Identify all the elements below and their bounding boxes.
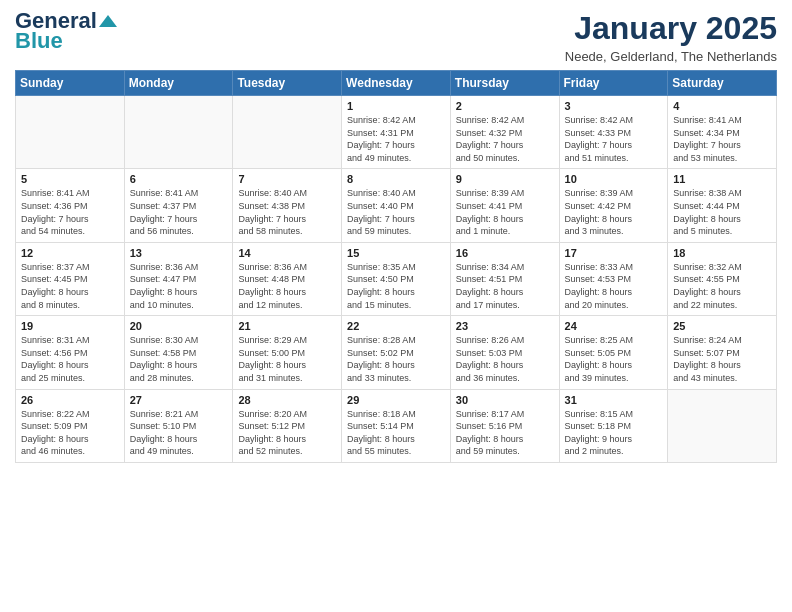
day-number: 3 xyxy=(565,100,663,112)
day-number: 20 xyxy=(130,320,228,332)
day-number: 6 xyxy=(130,173,228,185)
day-info: Sunrise: 8:42 AM Sunset: 4:32 PM Dayligh… xyxy=(456,114,554,164)
day-info: Sunrise: 8:22 AM Sunset: 5:09 PM Dayligh… xyxy=(21,408,119,458)
day-number: 31 xyxy=(565,394,663,406)
day-number: 4 xyxy=(673,100,771,112)
col-wednesday: Wednesday xyxy=(342,71,451,96)
col-tuesday: Tuesday xyxy=(233,71,342,96)
day-number: 19 xyxy=(21,320,119,332)
day-number: 21 xyxy=(238,320,336,332)
day-number: 13 xyxy=(130,247,228,259)
calendar-day-cell: 26Sunrise: 8:22 AM Sunset: 5:09 PM Dayli… xyxy=(16,389,125,462)
calendar-day-cell: 22Sunrise: 8:28 AM Sunset: 5:02 PM Dayli… xyxy=(342,316,451,389)
day-number: 27 xyxy=(130,394,228,406)
calendar-day-cell: 12Sunrise: 8:37 AM Sunset: 4:45 PM Dayli… xyxy=(16,242,125,315)
day-info: Sunrise: 8:41 AM Sunset: 4:36 PM Dayligh… xyxy=(21,187,119,237)
day-info: Sunrise: 8:20 AM Sunset: 5:12 PM Dayligh… xyxy=(238,408,336,458)
day-number: 25 xyxy=(673,320,771,332)
calendar-day-cell: 15Sunrise: 8:35 AM Sunset: 4:50 PM Dayli… xyxy=(342,242,451,315)
day-info: Sunrise: 8:34 AM Sunset: 4:51 PM Dayligh… xyxy=(456,261,554,311)
day-info: Sunrise: 8:17 AM Sunset: 5:16 PM Dayligh… xyxy=(456,408,554,458)
col-friday: Friday xyxy=(559,71,668,96)
calendar-day-cell: 17Sunrise: 8:33 AM Sunset: 4:53 PM Dayli… xyxy=(559,242,668,315)
day-info: Sunrise: 8:21 AM Sunset: 5:10 PM Dayligh… xyxy=(130,408,228,458)
calendar-day-cell: 11Sunrise: 8:38 AM Sunset: 4:44 PM Dayli… xyxy=(668,169,777,242)
day-number: 10 xyxy=(565,173,663,185)
calendar-day-cell: 29Sunrise: 8:18 AM Sunset: 5:14 PM Dayli… xyxy=(342,389,451,462)
day-number: 11 xyxy=(673,173,771,185)
day-number: 22 xyxy=(347,320,445,332)
calendar-day-cell: 20Sunrise: 8:30 AM Sunset: 4:58 PM Dayli… xyxy=(124,316,233,389)
day-info: Sunrise: 8:39 AM Sunset: 4:41 PM Dayligh… xyxy=(456,187,554,237)
day-number: 8 xyxy=(347,173,445,185)
calendar-day-cell xyxy=(668,389,777,462)
day-info: Sunrise: 8:36 AM Sunset: 4:47 PM Dayligh… xyxy=(130,261,228,311)
day-info: Sunrise: 8:42 AM Sunset: 4:31 PM Dayligh… xyxy=(347,114,445,164)
day-number: 9 xyxy=(456,173,554,185)
day-number: 29 xyxy=(347,394,445,406)
day-info: Sunrise: 8:41 AM Sunset: 4:34 PM Dayligh… xyxy=(673,114,771,164)
calendar-day-cell: 16Sunrise: 8:34 AM Sunset: 4:51 PM Dayli… xyxy=(450,242,559,315)
calendar-day-cell: 13Sunrise: 8:36 AM Sunset: 4:47 PM Dayli… xyxy=(124,242,233,315)
day-number: 30 xyxy=(456,394,554,406)
day-info: Sunrise: 8:35 AM Sunset: 4:50 PM Dayligh… xyxy=(347,261,445,311)
month-title: January 2025 xyxy=(565,10,777,47)
day-info: Sunrise: 8:37 AM Sunset: 4:45 PM Dayligh… xyxy=(21,261,119,311)
day-number: 14 xyxy=(238,247,336,259)
calendar-week-row: 12Sunrise: 8:37 AM Sunset: 4:45 PM Dayli… xyxy=(16,242,777,315)
subtitle: Neede, Gelderland, The Netherlands xyxy=(565,49,777,64)
logo: General Blue xyxy=(15,10,117,54)
calendar-week-row: 26Sunrise: 8:22 AM Sunset: 5:09 PM Dayli… xyxy=(16,389,777,462)
logo-icon xyxy=(99,12,117,30)
calendar-day-cell: 3Sunrise: 8:42 AM Sunset: 4:33 PM Daylig… xyxy=(559,96,668,169)
calendar-day-cell: 23Sunrise: 8:26 AM Sunset: 5:03 PM Dayli… xyxy=(450,316,559,389)
calendar-day-cell: 8Sunrise: 8:40 AM Sunset: 4:40 PM Daylig… xyxy=(342,169,451,242)
header: General Blue January 2025 Neede, Gelderl… xyxy=(15,10,777,64)
day-info: Sunrise: 8:40 AM Sunset: 4:40 PM Dayligh… xyxy=(347,187,445,237)
calendar-day-cell: 27Sunrise: 8:21 AM Sunset: 5:10 PM Dayli… xyxy=(124,389,233,462)
day-number: 5 xyxy=(21,173,119,185)
day-info: Sunrise: 8:32 AM Sunset: 4:55 PM Dayligh… xyxy=(673,261,771,311)
calendar-day-cell: 31Sunrise: 8:15 AM Sunset: 5:18 PM Dayli… xyxy=(559,389,668,462)
col-thursday: Thursday xyxy=(450,71,559,96)
calendar-day-cell xyxy=(16,96,125,169)
day-number: 15 xyxy=(347,247,445,259)
calendar-day-cell: 10Sunrise: 8:39 AM Sunset: 4:42 PM Dayli… xyxy=(559,169,668,242)
svg-marker-0 xyxy=(99,15,117,27)
day-number: 12 xyxy=(21,247,119,259)
day-number: 16 xyxy=(456,247,554,259)
calendar-week-row: 19Sunrise: 8:31 AM Sunset: 4:56 PM Dayli… xyxy=(16,316,777,389)
calendar-day-cell: 24Sunrise: 8:25 AM Sunset: 5:05 PM Dayli… xyxy=(559,316,668,389)
day-number: 28 xyxy=(238,394,336,406)
calendar-week-row: 5Sunrise: 8:41 AM Sunset: 4:36 PM Daylig… xyxy=(16,169,777,242)
day-info: Sunrise: 8:41 AM Sunset: 4:37 PM Dayligh… xyxy=(130,187,228,237)
day-number: 1 xyxy=(347,100,445,112)
day-number: 24 xyxy=(565,320,663,332)
day-info: Sunrise: 8:18 AM Sunset: 5:14 PM Dayligh… xyxy=(347,408,445,458)
day-info: Sunrise: 8:40 AM Sunset: 4:38 PM Dayligh… xyxy=(238,187,336,237)
day-info: Sunrise: 8:25 AM Sunset: 5:05 PM Dayligh… xyxy=(565,334,663,384)
page-container: General Blue January 2025 Neede, Gelderl… xyxy=(0,0,792,478)
calendar-day-cell: 19Sunrise: 8:31 AM Sunset: 4:56 PM Dayli… xyxy=(16,316,125,389)
day-info: Sunrise: 8:29 AM Sunset: 5:00 PM Dayligh… xyxy=(238,334,336,384)
day-info: Sunrise: 8:15 AM Sunset: 5:18 PM Dayligh… xyxy=(565,408,663,458)
calendar-day-cell: 1Sunrise: 8:42 AM Sunset: 4:31 PM Daylig… xyxy=(342,96,451,169)
calendar-day-cell xyxy=(233,96,342,169)
day-info: Sunrise: 8:38 AM Sunset: 4:44 PM Dayligh… xyxy=(673,187,771,237)
col-saturday: Saturday xyxy=(668,71,777,96)
calendar-day-cell: 28Sunrise: 8:20 AM Sunset: 5:12 PM Dayli… xyxy=(233,389,342,462)
day-info: Sunrise: 8:28 AM Sunset: 5:02 PM Dayligh… xyxy=(347,334,445,384)
day-info: Sunrise: 8:24 AM Sunset: 5:07 PM Dayligh… xyxy=(673,334,771,384)
day-number: 2 xyxy=(456,100,554,112)
calendar-day-cell: 5Sunrise: 8:41 AM Sunset: 4:36 PM Daylig… xyxy=(16,169,125,242)
day-info: Sunrise: 8:30 AM Sunset: 4:58 PM Dayligh… xyxy=(130,334,228,384)
day-info: Sunrise: 8:39 AM Sunset: 4:42 PM Dayligh… xyxy=(565,187,663,237)
calendar-day-cell: 2Sunrise: 8:42 AM Sunset: 4:32 PM Daylig… xyxy=(450,96,559,169)
day-number: 17 xyxy=(565,247,663,259)
day-number: 18 xyxy=(673,247,771,259)
day-number: 26 xyxy=(21,394,119,406)
calendar-day-cell: 7Sunrise: 8:40 AM Sunset: 4:38 PM Daylig… xyxy=(233,169,342,242)
calendar-day-cell: 25Sunrise: 8:24 AM Sunset: 5:07 PM Dayli… xyxy=(668,316,777,389)
calendar-day-cell: 6Sunrise: 8:41 AM Sunset: 4:37 PM Daylig… xyxy=(124,169,233,242)
day-info: Sunrise: 8:31 AM Sunset: 4:56 PM Dayligh… xyxy=(21,334,119,384)
